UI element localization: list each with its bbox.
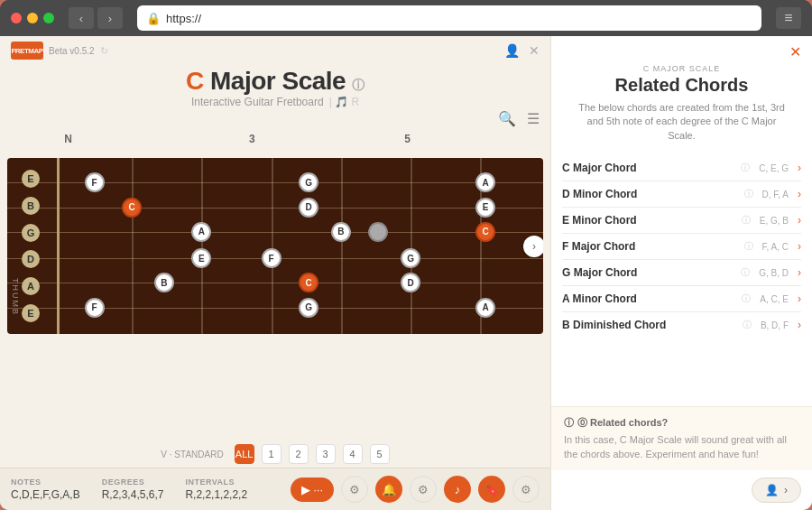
note-dot-root[interactable]: C (475, 222, 495, 242)
address-bar[interactable]: 🔒 https:// (137, 5, 761, 31)
intervals-label: INTERVALS (185, 478, 247, 487)
string-g: G (22, 224, 40, 242)
chord-item-a-minor[interactable]: A Minor Chord ⓘ A, C, E › (562, 286, 801, 312)
position-4[interactable]: 4 (343, 444, 363, 464)
scale-info-icon[interactable]: ⓘ (352, 78, 364, 92)
fretboard-header: C Major Scale ⓘ Interactive Guitar Fretb… (0, 63, 550, 110)
panel-close-button[interactable]: ✕ (789, 43, 801, 60)
note-dot-root[interactable]: C (299, 273, 318, 292)
chord-arrow-icon[interactable]: › (798, 214, 801, 227)
search-button[interactable]: 🔍 (498, 110, 516, 127)
scale-letter: C (186, 67, 204, 95)
note-dot[interactable]: B (331, 222, 351, 242)
close-icon[interactable]: ✕ (529, 43, 540, 58)
note-dot[interactable]: D (299, 198, 318, 218)
chord-name: A Minor Chord (562, 292, 738, 305)
string-e-low: E (22, 304, 40, 322)
note-dot[interactable]: E (475, 198, 495, 218)
chord-notes: B, D, F (761, 320, 789, 330)
position-3[interactable]: 3 (316, 444, 336, 464)
nav-buttons: ‹ › (69, 7, 123, 29)
note-dot[interactable]: B (154, 273, 174, 292)
degrees-value: R,2,3,4,5,6,7 (102, 488, 164, 501)
panel-bottom-arrow: › (784, 484, 788, 496)
chord-info-icon: ⓘ (742, 214, 751, 227)
note-dot[interactable]: G (299, 172, 318, 192)
chord-arrow-icon[interactable]: › (798, 266, 801, 279)
chord-item-c-major[interactable]: C Major Chord ⓘ C, E, G › (562, 155, 801, 181)
chord-info-icon: ⓘ (741, 266, 750, 279)
degrees-label: DEGREES (102, 478, 164, 487)
next-fret-button[interactable]: › (523, 236, 543, 257)
panel-title: Related Chords (564, 75, 799, 96)
music-note-button[interactable]: ♪ (444, 476, 471, 503)
close-button[interactable] (11, 13, 22, 23)
note-dot-root[interactable]: C (122, 198, 142, 218)
position-all[interactable]: ALL (235, 444, 254, 464)
panel-footer: ⓘ ⓪ Related chords? In this case, C Majo… (551, 406, 812, 470)
note-dot[interactable]: E (191, 248, 211, 268)
notes-section: NOTES C,D,E,F,G,A,B (11, 478, 80, 501)
panel-footer-title: ⓘ ⓪ Related chords? (564, 416, 799, 430)
back-button[interactable]: ‹ (69, 7, 94, 29)
position-1[interactable]: 1 (262, 444, 281, 464)
playback-settings-button[interactable]: ⚙ (341, 476, 368, 503)
metronome-button[interactable]: 🔔 (375, 476, 402, 503)
info-circle-icon: ⓘ (564, 416, 574, 430)
metronome-settings-button[interactable]: ⚙ (410, 476, 437, 503)
note-dot[interactable]: F (85, 172, 105, 192)
panel-bottom-button[interactable]: 👤 › (752, 478, 801, 503)
chord-item-d-minor[interactable]: D Minor Chord ⓘ D, F, A › (562, 181, 801, 208)
position-2[interactable]: 2 (289, 444, 309, 464)
chord-info-icon: ⓘ (744, 188, 753, 200)
intervals-value: R,2,2,1,2,2,2 (185, 488, 247, 501)
chord-item-f-major[interactable]: F Major Chord ⓘ F, A, C › (562, 234, 801, 260)
maximize-button[interactable] (43, 13, 54, 23)
chord-notes: F, A, C (762, 242, 789, 252)
chord-arrow-icon[interactable]: › (798, 240, 801, 253)
bottom-controls: ▶ ··· ⚙ 🔔 ⚙ ♪ 🔖 (291, 476, 505, 503)
fret-marker-5: 5 (404, 133, 411, 145)
note-dot[interactable]: F (85, 298, 105, 318)
main-settings-button[interactable]: ⚙ (512, 476, 540, 503)
browser-titlebar: ‹ › 🔒 https:// ≡ (0, 0, 812, 36)
chord-name: B Diminished Chord (562, 319, 739, 331)
browser-menu-button[interactable]: ≡ (776, 7, 801, 29)
chord-arrow-icon[interactable]: › (798, 162, 801, 174)
note-dot[interactable]: D (401, 273, 420, 292)
play-button[interactable]: ▶ ··· (291, 478, 334, 502)
sync-icon: ↻ (100, 45, 108, 57)
chord-info-icon: ⓘ (741, 162, 750, 174)
hamburger-icon: ≡ (784, 10, 792, 26)
traffic-lights (11, 13, 54, 23)
position-5[interactable]: 5 (370, 444, 390, 464)
chord-arrow-icon[interactable]: › (798, 319, 801, 331)
note-dot[interactable]: A (475, 172, 495, 192)
minimize-button[interactable] (27, 13, 38, 23)
bottom-bar: NOTES C,D,E,F,G,A,B DEGREES R,2,3,4,5,6,… (0, 468, 550, 510)
forward-button[interactable]: › (97, 7, 123, 29)
chord-item-e-minor[interactable]: E Minor Chord ⓘ E, G, B › (562, 208, 801, 234)
bookmark-button[interactable]: 🔖 (478, 476, 505, 503)
note-dot[interactable]: G (401, 248, 420, 268)
fret-dot-indicator (368, 222, 388, 242)
chord-notes: G, B, D (759, 268, 789, 278)
chord-notes: A, C, E (760, 294, 789, 304)
hamburger-menu-button[interactable]: ☰ (527, 110, 540, 127)
chord-name: E Minor Chord (562, 214, 738, 227)
note-dot[interactable]: F (262, 248, 281, 268)
panel-scale-label: C MAJOR SCALE (564, 64, 799, 73)
chord-item-b-diminished[interactable]: B Diminished Chord ⓘ B, D, F › (562, 312, 801, 338)
note-dot[interactable]: G (299, 298, 318, 318)
chord-item-g-major[interactable]: G Major Chord ⓘ G, B, D › (562, 260, 801, 286)
app-content: FRETMAP Beta v0.5.2 ↻ 👤 ✕ C Major Scale … (0, 36, 812, 510)
notes-value: C,D,E,F,G,A,B (11, 488, 80, 501)
string-d: D (22, 250, 40, 268)
user-icon[interactable]: 👤 (504, 43, 520, 58)
chord-arrow-icon[interactable]: › (798, 188, 801, 200)
chord-arrow-icon[interactable]: › (798, 292, 801, 305)
thumb-label: THUMB (11, 278, 20, 316)
panel-header: ✕ (551, 36, 812, 64)
note-dot[interactable]: A (191, 222, 211, 242)
note-dot[interactable]: A (475, 298, 495, 318)
